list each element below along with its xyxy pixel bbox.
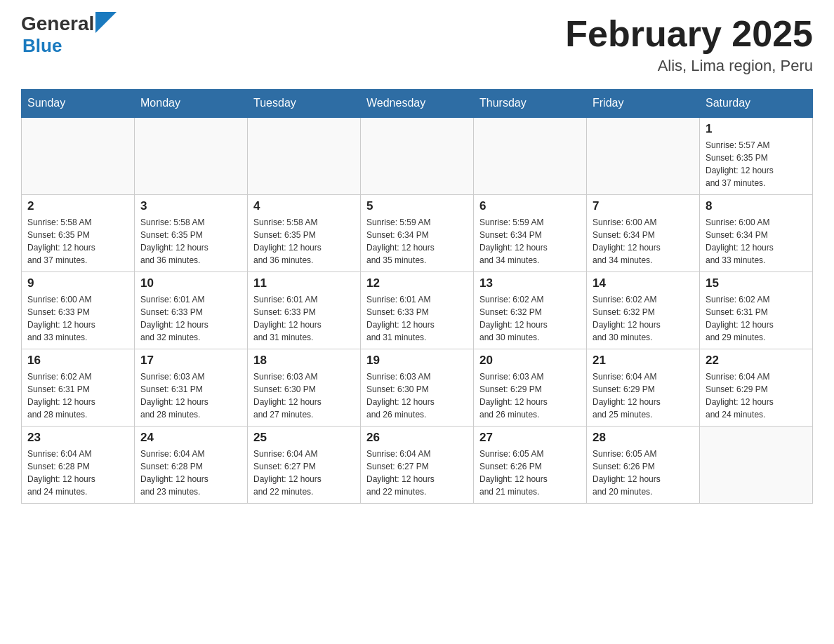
day-info: Sunrise: 6:04 AM Sunset: 6:28 PM Dayligh… [140,448,241,498]
logo-main-text: General [21,14,94,34]
calendar-cell: 26Sunrise: 6:04 AM Sunset: 6:27 PM Dayli… [361,426,474,503]
day-number: 17 [140,354,241,368]
calendar-cell: 20Sunrise: 6:03 AM Sunset: 6:29 PM Dayli… [474,349,587,426]
day-number: 27 [479,431,581,445]
day-number: 16 [27,354,128,368]
day-number: 5 [366,199,468,213]
day-info: Sunrise: 6:02 AM Sunset: 6:32 PM Dayligh… [479,293,581,344]
day-number: 3 [140,199,241,213]
calendar-cell: 28Sunrise: 6:05 AM Sunset: 6:26 PM Dayli… [587,426,700,503]
day-info: Sunrise: 6:04 AM Sunset: 6:29 PM Dayligh… [706,370,807,421]
day-number: 26 [366,431,468,445]
calendar-week-row: 1Sunrise: 5:57 AM Sunset: 6:35 PM Daylig… [22,117,813,194]
calendar-week-row: 23Sunrise: 6:04 AM Sunset: 6:28 PM Dayli… [22,426,813,503]
calendar-cell: 2Sunrise: 5:58 AM Sunset: 6:35 PM Daylig… [22,194,135,271]
calendar-cell: 24Sunrise: 6:04 AM Sunset: 6:28 PM Dayli… [135,426,248,503]
day-info: Sunrise: 6:05 AM Sunset: 6:26 PM Dayligh… [593,448,694,498]
calendar-table: SundayMondayTuesdayWednesdayThursdayFrid… [21,89,813,504]
day-number: 18 [253,354,355,368]
calendar-cell: 4Sunrise: 5:58 AM Sunset: 6:35 PM Daylig… [248,194,361,271]
calendar-cell: 9Sunrise: 6:00 AM Sunset: 6:33 PM Daylig… [22,271,135,349]
month-year-title: February 2025 [565,14,813,54]
calendar-cell: 3Sunrise: 5:58 AM Sunset: 6:35 PM Daylig… [135,194,248,271]
day-info: Sunrise: 5:58 AM Sunset: 6:35 PM Dayligh… [253,216,355,267]
calendar-cell: 8Sunrise: 6:00 AM Sunset: 6:34 PM Daylig… [700,194,813,271]
calendar-week-row: 2Sunrise: 5:58 AM Sunset: 6:35 PM Daylig… [22,194,813,271]
logo: General Blue [21,14,117,57]
day-info: Sunrise: 6:02 AM Sunset: 6:31 PM Dayligh… [706,293,807,344]
day-number: 2 [27,199,128,213]
calendar-cell: 5Sunrise: 5:59 AM Sunset: 6:34 PM Daylig… [361,194,474,271]
day-number: 14 [593,276,694,290]
calendar-cell [248,117,361,194]
calendar-cell: 15Sunrise: 6:02 AM Sunset: 6:31 PM Dayli… [700,271,813,349]
day-info: Sunrise: 6:04 AM Sunset: 6:27 PM Dayligh… [253,448,355,498]
svg-marker-0 [95,12,117,33]
calendar-cell [135,117,248,194]
day-info: Sunrise: 6:03 AM Sunset: 6:30 PM Dayligh… [366,370,468,421]
day-header-sunday: Sunday [22,90,135,118]
calendar-cell [22,117,135,194]
calendar-week-row: 16Sunrise: 6:02 AM Sunset: 6:31 PM Dayli… [22,349,813,426]
calendar-cell: 13Sunrise: 6:02 AM Sunset: 6:32 PM Dayli… [474,271,587,349]
calendar-cell [700,426,813,503]
calendar-cell: 17Sunrise: 6:03 AM Sunset: 6:31 PM Dayli… [135,349,248,426]
calendar-cell: 14Sunrise: 6:02 AM Sunset: 6:32 PM Dayli… [587,271,700,349]
day-number: 9 [27,276,128,290]
day-info: Sunrise: 6:02 AM Sunset: 6:31 PM Dayligh… [27,370,128,421]
day-number: 19 [366,354,468,368]
calendar-cell: 22Sunrise: 6:04 AM Sunset: 6:29 PM Dayli… [700,349,813,426]
day-number: 11 [253,276,355,290]
day-info: Sunrise: 6:00 AM Sunset: 6:34 PM Dayligh… [593,216,694,267]
calendar-cell: 16Sunrise: 6:02 AM Sunset: 6:31 PM Dayli… [22,349,135,426]
day-header-monday: Monday [135,90,248,118]
calendar-cell: 12Sunrise: 6:01 AM Sunset: 6:33 PM Dayli… [361,271,474,349]
day-info: Sunrise: 5:59 AM Sunset: 6:34 PM Dayligh… [366,216,468,267]
calendar-cell: 1Sunrise: 5:57 AM Sunset: 6:35 PM Daylig… [700,117,813,194]
calendar-cell [361,117,474,194]
day-info: Sunrise: 5:57 AM Sunset: 6:35 PM Dayligh… [706,139,807,189]
logo-arrow-icon [95,12,117,33]
day-number: 28 [593,431,694,445]
day-info: Sunrise: 6:03 AM Sunset: 6:29 PM Dayligh… [479,370,581,421]
day-number: 15 [706,276,807,290]
calendar-cell: 27Sunrise: 6:05 AM Sunset: 6:26 PM Dayli… [474,426,587,503]
calendar-week-row: 9Sunrise: 6:00 AM Sunset: 6:33 PM Daylig… [22,271,813,349]
calendar-cell: 25Sunrise: 6:04 AM Sunset: 6:27 PM Dayli… [248,426,361,503]
calendar-cell: 7Sunrise: 6:00 AM Sunset: 6:34 PM Daylig… [587,194,700,271]
day-header-wednesday: Wednesday [361,90,474,118]
location-subtitle: Alis, Lima region, Peru [565,57,813,75]
day-header-saturday: Saturday [700,90,813,118]
calendar-cell: 11Sunrise: 6:01 AM Sunset: 6:33 PM Dayli… [248,271,361,349]
day-info: Sunrise: 6:00 AM Sunset: 6:34 PM Dayligh… [706,216,807,267]
calendar-cell: 10Sunrise: 6:01 AM Sunset: 6:33 PM Dayli… [135,271,248,349]
day-info: Sunrise: 6:02 AM Sunset: 6:32 PM Dayligh… [593,293,694,344]
day-info: Sunrise: 5:58 AM Sunset: 6:35 PM Dayligh… [27,216,128,267]
title-section: February 2025 Alis, Lima region, Peru [565,14,813,75]
page-header: General Blue February 2025 Alis, Lima re… [21,14,813,75]
day-number: 1 [706,122,807,136]
calendar-cell [587,117,700,194]
day-number: 24 [140,431,241,445]
day-number: 20 [479,354,581,368]
day-number: 21 [593,354,694,368]
calendar-cell: 23Sunrise: 6:04 AM Sunset: 6:28 PM Dayli… [22,426,135,503]
day-header-tuesday: Tuesday [248,90,361,118]
calendar-cell: 18Sunrise: 6:03 AM Sunset: 6:30 PM Dayli… [248,349,361,426]
day-info: Sunrise: 6:03 AM Sunset: 6:31 PM Dayligh… [140,370,241,421]
day-number: 22 [706,354,807,368]
day-number: 13 [479,276,581,290]
day-info: Sunrise: 5:59 AM Sunset: 6:34 PM Dayligh… [479,216,581,267]
day-number: 23 [27,431,128,445]
day-number: 6 [479,199,581,213]
day-info: Sunrise: 6:04 AM Sunset: 6:28 PM Dayligh… [27,448,128,498]
day-header-friday: Friday [587,90,700,118]
calendar-cell [474,117,587,194]
calendar-cell: 6Sunrise: 5:59 AM Sunset: 6:34 PM Daylig… [474,194,587,271]
day-info: Sunrise: 6:01 AM Sunset: 6:33 PM Dayligh… [140,293,241,344]
day-info: Sunrise: 6:05 AM Sunset: 6:26 PM Dayligh… [479,448,581,498]
day-number: 4 [253,199,355,213]
day-info: Sunrise: 6:04 AM Sunset: 6:27 PM Dayligh… [366,448,468,498]
calendar-cell: 21Sunrise: 6:04 AM Sunset: 6:29 PM Dayli… [587,349,700,426]
day-header-thursday: Thursday [474,90,587,118]
